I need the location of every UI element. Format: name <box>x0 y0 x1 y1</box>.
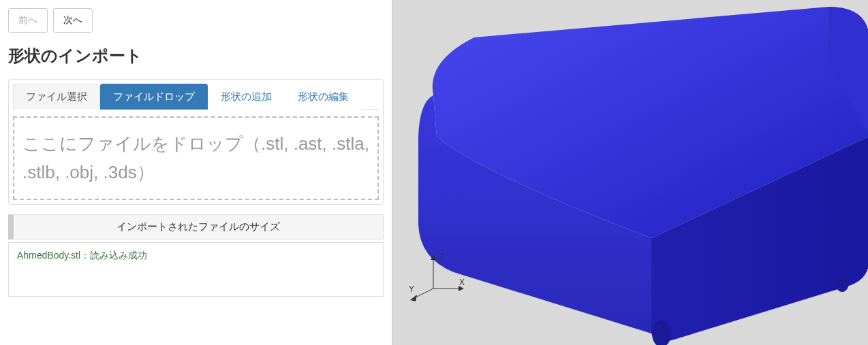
tab-edit-shape[interactable]: 形状の編集 <box>285 84 362 110</box>
svg-marker-3 <box>431 254 436 260</box>
import-status-text: AhmedBody.stl：読み込み成功 <box>17 250 375 262</box>
svg-marker-5 <box>410 295 417 301</box>
tab-add-shape[interactable]: 形状の追加 <box>208 84 285 110</box>
axis-icon: Z X Y <box>406 251 467 306</box>
axis-z-label: Z <box>439 252 444 261</box>
page-title: 形状のインポート <box>8 45 384 67</box>
tabs: ファイル選択 ファイルドロップ 形状の追加 形状の編集 <box>13 84 379 110</box>
import-status-box: AhmedBody.stl：読み込み成功 <box>8 242 384 297</box>
prev-button[interactable]: 前へ <box>8 8 48 33</box>
viewport-panel[interactable]: Z X Y <box>392 0 868 345</box>
file-drop-zone[interactable]: ここにファイルをドロップ（.stl, .ast, .stla, .stlb, .… <box>13 116 379 200</box>
model-leg <box>835 273 849 292</box>
axis-y-label: Y <box>409 284 414 294</box>
tab-file-drop[interactable]: ファイルドロップ <box>100 84 208 110</box>
left-panel: 前へ 次へ 形状のインポート ファイル選択 ファイルドロップ 形状の追加 形状の… <box>0 0 392 345</box>
next-button[interactable]: 次へ <box>53 8 93 33</box>
axis-x-label: X <box>459 278 465 287</box>
import-box: ファイル選択 ファイルドロップ 形状の追加 形状の編集 ここにファイルをドロップ… <box>8 79 384 205</box>
imported-size-header: インポートされたファイルのサイズ <box>8 214 384 240</box>
tab-file-select[interactable]: ファイル選択 <box>13 84 100 110</box>
axis-indicator: Z X Y <box>406 251 467 308</box>
nav-buttons: 前へ 次へ <box>8 8 384 33</box>
